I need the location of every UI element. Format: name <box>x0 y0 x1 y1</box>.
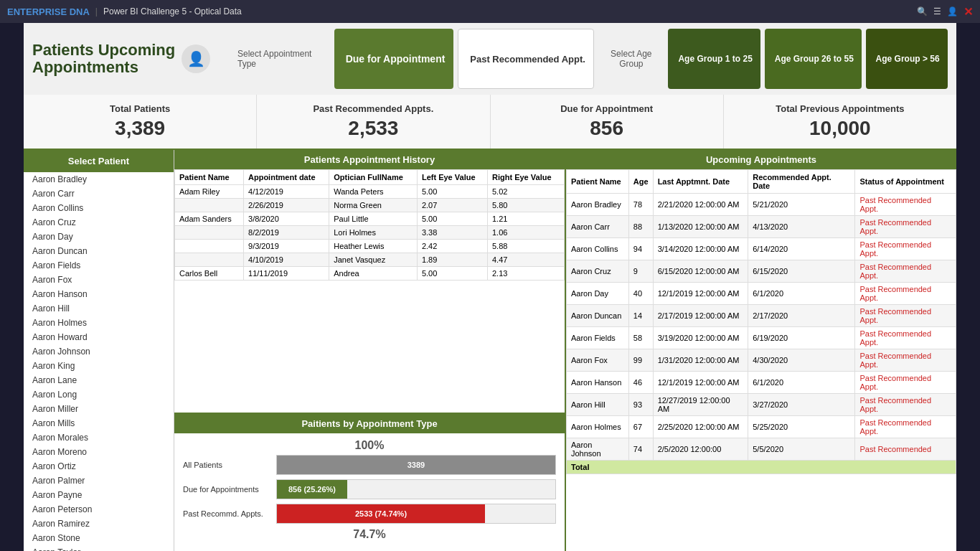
table-cell: Paul Little <box>329 212 418 226</box>
main-container: Patients Upcoming Appointments 👤 Select … <box>24 23 956 551</box>
sidebar-item[interactable]: Aaron Howard <box>24 330 174 344</box>
chart-bar-label: Past Recommd. Appts. <box>183 509 276 518</box>
table-cell: 1.21 <box>488 212 565 226</box>
upcoming-col-header: Recommended Appt. Date <box>748 170 855 194</box>
age-group-3-btn[interactable]: Age Group > 56 <box>866 29 948 89</box>
table-cell: Past Recommended Appt. <box>855 305 956 327</box>
sidebar-item[interactable]: Aaron King <box>24 359 174 373</box>
upcoming-col-header: Age <box>628 170 653 194</box>
table-cell: 14 <box>628 305 653 327</box>
sidebar-item[interactable]: Aaron Long <box>24 387 174 402</box>
sidebar-item[interactable]: Aaron Cruz <box>24 215 174 230</box>
past-recommended-btn[interactable]: Past Recommended Appt. <box>458 29 594 89</box>
table-cell: 5.80 <box>488 199 565 212</box>
sidebar-item[interactable]: Aaron Taylor <box>24 545 174 551</box>
table-cell: 1/13/2020 12:00:00 AM <box>653 216 748 238</box>
due-for-appointment-btn[interactable]: Due for Appointment <box>334 29 454 89</box>
sidebar-item[interactable]: Aaron Payne <box>24 488 174 502</box>
table-cell: 2/25/2020 12:00:00 AM <box>653 416 748 438</box>
table-cell: 2/17/2019 12:00:00 AM <box>653 305 748 327</box>
table-cell: Past Recommended Appt. <box>855 194 956 216</box>
appt-history-col-header: Appointment date <box>244 170 329 185</box>
table-cell: 9 <box>628 260 653 283</box>
table-cell: 4/13/2020 <box>748 216 855 238</box>
due-appointment-value: 856 <box>496 117 717 140</box>
chart-bottom-pct: 74.7% <box>183 528 556 541</box>
upcoming-appointments-title: Upcoming Appointments <box>566 150 956 169</box>
table-row: Aaron Johnson742/5/2020 12:00:005/5/2020… <box>567 438 956 461</box>
sidebar-item[interactable]: Aaron Ortiz <box>24 459 174 474</box>
sidebar-item[interactable]: Aaron Hill <box>24 301 174 316</box>
sidebar-item[interactable]: Aaron Morales <box>24 430 174 445</box>
table-row: Aaron Collins943/14/2020 12:00:00 AM6/14… <box>567 238 956 260</box>
close-icon[interactable]: ✕ <box>963 5 973 19</box>
sidebar-item[interactable]: Aaron Carr <box>24 187 174 201</box>
page-title: Patients Upcoming Appointments <box>32 42 176 76</box>
table-cell: 99 <box>628 349 653 372</box>
appointment-history-table-wrapper[interactable]: Patient NameAppointment dateOptician Ful… <box>174 169 565 413</box>
table-row: Aaron Fox991/31/2020 12:00:00 AM4/30/202… <box>567 349 956 372</box>
left-panel: Patients Appointment History Patient Nam… <box>174 150 566 551</box>
sidebar-item[interactable]: Aaron Day <box>24 230 174 244</box>
table-cell: 6/14/2020 <box>748 238 855 260</box>
chart-bar-fill: 856 (25.26%) <box>277 480 347 499</box>
table-cell: 58 <box>628 327 653 349</box>
age-group-2-btn[interactable]: Age Group 26 to 55 <box>765 29 862 89</box>
table-row: Aaron Fields583/19/2020 12:00:00 AM6/19/… <box>567 327 956 349</box>
sidebar-item[interactable]: Aaron Holmes <box>24 316 174 330</box>
table-row: Aaron Bradley782/21/2020 12:00:00 AM5/21… <box>567 194 956 216</box>
sidebar-item[interactable]: Aaron Duncan <box>24 244 174 258</box>
table-row: Adam Sanders3/8/2020Paul Little5.001.21 <box>175 212 565 226</box>
user-icon[interactable]: 👤 <box>947 6 958 17</box>
sidebar-item[interactable]: Aaron Lane <box>24 373 174 387</box>
sidebar-item[interactable]: Aaron Miller <box>24 402 174 416</box>
due-appointment-label: Due for Appointment <box>496 103 717 114</box>
sidebar-item[interactable]: Aaron Peterson <box>24 502 174 517</box>
table-cell: 3/8/2020 <box>244 212 329 226</box>
sidebar-item[interactable]: Aaron Johnson <box>24 344 174 359</box>
table-cell: 2.42 <box>417 240 487 253</box>
main-panels: Patients Appointment History Patient Nam… <box>174 150 956 551</box>
sidebar-item[interactable]: Aaron Moreno <box>24 445 174 459</box>
sidebar-item[interactable]: Aaron Palmer <box>24 474 174 488</box>
table-cell: Aaron Fields <box>567 327 629 349</box>
table-cell: Aaron Carr <box>567 216 629 238</box>
table-cell: 6/1/2020 <box>748 372 855 394</box>
sidebar-item[interactable]: Aaron Fields <box>24 258 174 273</box>
sidebar-item[interactable]: Aaron Collins <box>24 201 174 215</box>
sidebar-item[interactable]: Aaron Stone <box>24 531 174 545</box>
menu-icon[interactable]: ☰ <box>933 6 941 17</box>
sidebar-item[interactable]: Aaron Mills <box>24 416 174 430</box>
table-row: Aaron Carr881/13/2020 12:00:00 AM4/13/20… <box>567 216 956 238</box>
appointment-history-table: Patient NameAppointment dateOptician Ful… <box>174 169 565 281</box>
chart-bar-label: Due for Appointments <box>183 485 276 494</box>
table-cell: 5.00 <box>417 212 487 226</box>
upcoming-appointments-table: Patient NameAgeLast Apptmnt. DateRecomme… <box>566 169 956 474</box>
sidebar-item[interactable]: Aaron Bradley <box>24 172 174 187</box>
table-cell <box>175 226 244 240</box>
table-cell: Carlos Bell <box>175 267 244 281</box>
table-cell: Past Recommended Appt. <box>855 349 956 372</box>
chart-bar-fill: 2533 (74.74%) <box>277 504 485 523</box>
sidebar-item[interactable]: Aaron Fox <box>24 273 174 287</box>
search-icon[interactable]: 🔍 <box>917 6 928 17</box>
table-cell: 2/21/2020 12:00:00 AM <box>653 194 748 216</box>
table-cell: 1/31/2020 12:00:00 AM <box>653 349 748 372</box>
table-cell: 3/19/2020 12:00:00 AM <box>653 327 748 349</box>
chart-bar-row: Due for Appointments856 (25.26%) <box>183 479 556 499</box>
age-group-1-btn[interactable]: Age Group 1 to 25 <box>668 29 760 89</box>
sidebar-item[interactable]: Aaron Ramirez <box>24 517 174 531</box>
chart-bar-row: All Patients3389 <box>183 455 556 475</box>
upcoming-appointments-table-wrapper[interactable]: Patient NameAgeLast Apptmnt. DateRecomme… <box>566 169 956 551</box>
table-cell <box>175 199 244 212</box>
sidebar-item[interactable]: Aaron Hanson <box>24 287 174 301</box>
table-cell: Aaron Hill <box>567 394 629 416</box>
table-cell: 6/1/2020 <box>748 283 855 305</box>
panels: Patients Appointment History Patient Nam… <box>174 150 956 551</box>
total-patients-label: Total Patients <box>29 103 250 114</box>
table-cell: 40 <box>628 283 653 305</box>
table-cell: Past Recommended <box>855 438 956 461</box>
chart-bar-container: 3389 <box>276 455 556 475</box>
table-cell-total: Total <box>567 461 956 474</box>
table-cell: 5/5/2020 <box>748 438 855 461</box>
